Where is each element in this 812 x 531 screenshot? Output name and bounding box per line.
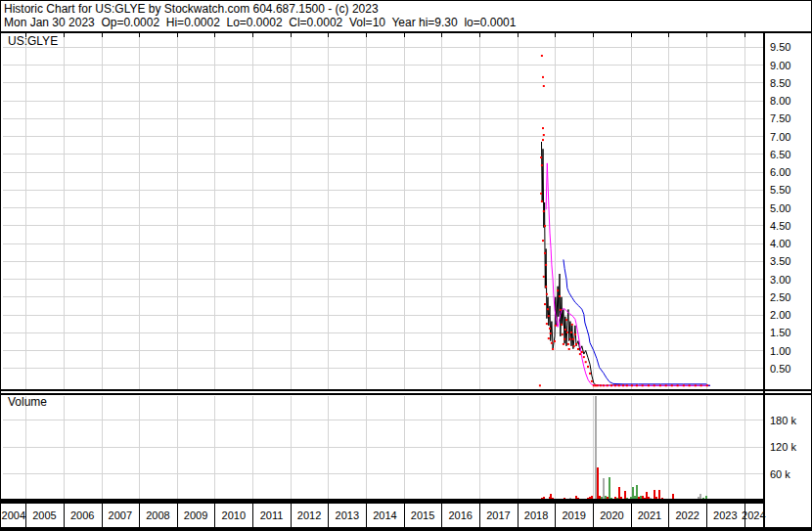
- svg-text:2007: 2007: [109, 509, 132, 521]
- svg-text:2023: 2023: [713, 509, 737, 521]
- volume-baseline: [1, 499, 765, 504]
- volume-bars: [534, 396, 710, 501]
- svg-text:4.00: 4.00: [770, 238, 790, 249]
- svg-text:2012: 2012: [297, 509, 321, 521]
- svg-text:2011: 2011: [260, 509, 284, 521]
- svg-text:60 k: 60 k: [770, 468, 790, 480]
- svg-text:7.50: 7.50: [770, 112, 790, 124]
- svg-text:120 k: 120 k: [770, 441, 796, 453]
- svg-text:6.50: 6.50: [770, 149, 790, 160]
- svg-text:1.50: 1.50: [770, 327, 790, 338]
- svg-text:2008: 2008: [146, 509, 169, 521]
- years-strip-bottom-border: [1, 527, 811, 530]
- svg-text:2.00: 2.00: [770, 309, 790, 321]
- svg-text:3.00: 3.00: [770, 274, 790, 286]
- svg-text:2024: 2024: [742, 509, 765, 521]
- svg-text:2006: 2006: [70, 509, 94, 521]
- axis-ticks: [26, 33, 745, 527]
- price-volume-separator-top: [1, 389, 811, 391]
- svg-text:2013: 2013: [336, 509, 359, 521]
- price-line: [542, 142, 710, 385]
- svg-text:2010: 2010: [222, 509, 246, 521]
- price-panel-symbol-label: US:GLYE: [8, 35, 58, 48]
- volume-axis-labels: 180 k120 k60 k: [770, 415, 796, 480]
- chart-canvas: 9.509.008.508.007.507.006.506.005.505.00…: [1, 1, 811, 530]
- svg-text:2.50: 2.50: [770, 291, 790, 303]
- svg-text:2009: 2009: [184, 509, 207, 521]
- stock-chart-window: Historic Chart for US:GLYE by Stockwatch…: [0, 0, 812, 531]
- svg-text:9.00: 9.00: [770, 60, 790, 71]
- ma-slow-line: [564, 259, 710, 385]
- svg-text:2019: 2019: [562, 509, 585, 521]
- svg-text:2022: 2022: [675, 509, 699, 521]
- price-axis-labels: 9.509.008.508.007.507.006.506.005.505.00…: [770, 41, 790, 375]
- svg-text:2020: 2020: [600, 509, 623, 521]
- svg-text:5.50: 5.50: [770, 184, 790, 196]
- svg-text:2005: 2005: [32, 509, 56, 521]
- svg-text:8.50: 8.50: [770, 77, 790, 89]
- svg-text:6.00: 6.00: [770, 166, 790, 178]
- grid-lines: [3, 33, 763, 501]
- svg-text:2014: 2014: [373, 509, 396, 521]
- svg-text:7.00: 7.00: [770, 131, 790, 143]
- chart-right-border: [763, 31, 765, 530]
- svg-text:180 k: 180 k: [770, 415, 796, 426]
- svg-text:9.50: 9.50: [770, 41, 790, 53]
- price-volume-separator-bottom: [1, 393, 811, 395]
- svg-text:3.50: 3.50: [770, 255, 790, 267]
- volume-panel-label: Volume: [8, 396, 47, 409]
- svg-text:2015: 2015: [411, 509, 434, 521]
- svg-text:2004: 2004: [2, 509, 25, 521]
- svg-text:2016: 2016: [448, 509, 472, 521]
- svg-text:2017: 2017: [486, 509, 510, 521]
- svg-text:4.50: 4.50: [770, 220, 790, 232]
- svg-text:0.50: 0.50: [770, 363, 790, 375]
- svg-text:1.00: 1.00: [770, 345, 790, 357]
- svg-text:2018: 2018: [524, 509, 548, 521]
- svg-text:2021: 2021: [638, 509, 661, 521]
- ma-fast-line: [546, 163, 710, 385]
- year-axis-labels: 2004200520062007200820092010201120122013…: [2, 509, 766, 521]
- svg-text:8.00: 8.00: [770, 95, 790, 107]
- svg-text:5.00: 5.00: [770, 202, 790, 214]
